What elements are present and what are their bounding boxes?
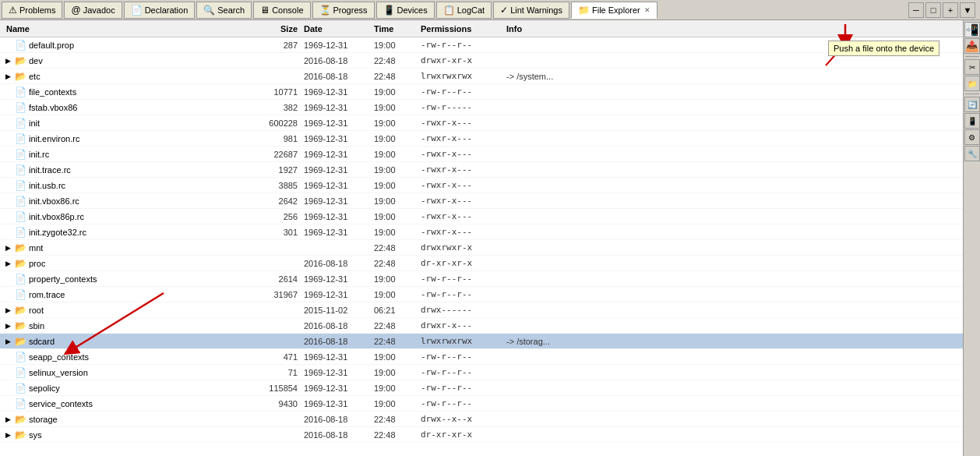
col-header-permissions[interactable]: Permissions — [421, 24, 506, 34]
col-header-name[interactable]: Name — [0, 24, 241, 34]
table-row[interactable]: 📄 default.prop 287 1969-12-31 19:00 -rw-… — [0, 37, 963, 53]
tab-problems-label: Problems — [19, 5, 55, 15]
file-date: 1969-12-31 — [304, 118, 374, 128]
table-row[interactable]: 📄 rom.trace 31967 1969-12-31 19:00 -rw-r… — [0, 287, 963, 302]
file-list[interactable]: 📄 default.prop 287 1969-12-31 19:00 -rw-… — [0, 37, 963, 456]
table-row[interactable]: 📄 init.usb.rc 3885 1969-12-31 19:00 -rwx… — [0, 178, 963, 193]
file-size: 256 — [241, 212, 304, 221]
table-row[interactable]: ▶ 📂 sys 2016-08-18 22:48 dr-xr-xr-x — [0, 427, 963, 443]
table-row[interactable]: 📄 init.rc 22687 1969-12-31 19:00 -rwxr-x… — [0, 147, 963, 162]
new-folder-button[interactable]: 📁 — [964, 76, 980, 91]
refresh-button[interactable]: 🔄 — [964, 97, 980, 112]
table-row[interactable]: 📄 init.vbox86.rc 2642 1969-12-31 19:00 -… — [0, 193, 963, 209]
push-file-icon: 📲 — [965, 23, 978, 36]
tab-declaration[interactable]: 📄 Declaration — [124, 2, 196, 19]
tab-devices[interactable]: 📱 Devices — [376, 2, 435, 19]
tab-javadoc[interactable]: @ Javadoc — [64, 2, 122, 19]
expand-button[interactable]: ▶ — [3, 72, 12, 81]
tab-close-icon[interactable]: ✕ — [644, 6, 650, 14]
file-name-label: mnt — [29, 243, 43, 253]
file-permissions: drwxr-x--- — [421, 320, 506, 331]
expand-button[interactable]: ▶ — [3, 321, 12, 331]
expand-button[interactable]: ▶ — [3, 259, 12, 268]
tab-progress[interactable]: ⏳ Progress — [312, 2, 375, 19]
col-header-info[interactable]: Info — [506, 24, 584, 34]
logcat-icon: 📋 — [443, 5, 455, 16]
file-permissions: -rw-r--r-- — [421, 40, 506, 50]
file-size: 981 — [241, 134, 304, 143]
col-header-size[interactable]: Size — [241, 24, 304, 34]
file-time: 19:00 — [374, 352, 421, 362]
col-header-time[interactable]: Time — [374, 24, 421, 34]
table-row[interactable]: ▶ 📂 etc 2016-08-18 22:48 lrwxrwxrwx -> /… — [0, 69, 963, 84]
file-permissions: lrwxrwxrwx — [421, 71, 506, 81]
file-date: 1969-12-31 — [304, 41, 374, 50]
expand-button[interactable]: ▶ — [3, 243, 12, 253]
table-row[interactable]: 📄 init 600228 1969-12-31 19:00 -rwxr-x--… — [0, 115, 963, 131]
table-row[interactable]: 📄 init.vbox86p.rc 256 1969-12-31 19:00 -… — [0, 209, 963, 224]
pull-file-button[interactable]: 📤 — [964, 38, 980, 54]
table-row[interactable]: 📄 file_contexts 10771 1969-12-31 19:00 -… — [0, 84, 963, 100]
file-icon: 📄 — [15, 102, 26, 113]
file-name-label: default.prop — [29, 41, 74, 50]
delete-button[interactable]: ✂ — [964, 59, 980, 75]
file-icon: 📄 — [15, 211, 26, 222]
settings-button[interactable]: ⚙ — [964, 129, 980, 145]
push-file-button[interactable]: 📲 — [964, 22, 980, 37]
maximize-button[interactable]: □ — [925, 2, 941, 18]
tools-button[interactable]: 🔧 — [964, 146, 980, 161]
tab-search[interactable]: 🔍 Search — [196, 2, 252, 19]
tooltip-text: Push a file onto the device — [834, 44, 934, 53]
table-row[interactable]: 📄 sepolicy 115854 1969-12-31 19:00 -rw-r… — [0, 380, 963, 396]
view-menu-button[interactable]: ▼ — [960, 2, 975, 18]
main-container: Push a file onto the device Name Si — [0, 20, 980, 456]
table-row[interactable]: ▶ 📂 sbin 2016-08-18 22:48 drwxr-x--- — [0, 318, 963, 334]
table-row[interactable]: 📄 service_contexts 9430 1969-12-31 19:00… — [0, 396, 963, 412]
table-row[interactable]: ▶ 📂 root 2015-11-02 06:21 drwx------ — [0, 302, 963, 318]
table-row[interactable]: 📄 init.zygote32.rc 301 1969-12-31 19:00 … — [0, 224, 963, 240]
column-headers: Name Size Date Time Permissions Info — [0, 20, 963, 37]
sidebar-divider-2 — [965, 94, 979, 94]
table-row[interactable]: 📄 fstab.vbox86 382 1969-12-31 19:00 -rw-… — [0, 100, 963, 115]
file-name-cell: ▶ 📂 mnt — [0, 242, 241, 253]
table-row[interactable]: 📄 init.trace.rc 1927 1969-12-31 19:00 -r… — [0, 162, 963, 178]
tab-lint[interactable]: ✓ Lint Warnings — [493, 2, 569, 19]
table-row[interactable]: ▶ 📂 dev 2016-08-18 22:48 drwxr-xr-x — [0, 53, 963, 69]
table-row[interactable]: 📄 property_contexts 2614 1969-12-31 19:0… — [0, 271, 963, 287]
device-button[interactable]: 📱 — [964, 113, 980, 129]
table-row[interactable]: ▶ 📂 storage 2016-08-18 22:48 drwx--x--x — [0, 412, 963, 427]
file-icon: 📄 — [15, 133, 26, 144]
table-row[interactable]: 📄 selinux_version 71 1969-12-31 19:00 -r… — [0, 365, 963, 380]
file-name-label: sys — [29, 430, 42, 440]
expand-button[interactable]: ▶ — [3, 56, 12, 65]
file-name-label: service_contexts — [29, 399, 93, 408]
minimize-button[interactable]: ─ — [908, 2, 924, 18]
file-time: 22:48 — [374, 72, 421, 81]
file-size: 2614 — [241, 274, 304, 284]
file-size: 22687 — [241, 150, 304, 159]
table-row[interactable]: ▶ 📂 sdcard 2016-08-18 22:48 lrwxrwxrwx -… — [0, 334, 963, 349]
expand-button[interactable]: ▶ — [3, 415, 12, 424]
expand-button[interactable]: ▶ — [3, 337, 12, 346]
table-row[interactable]: 📄 seapp_contexts 471 1969-12-31 19:00 -r… — [0, 349, 963, 365]
table-row[interactable]: ▶ 📂 mnt 22:48 drwxrwxr-x — [0, 240, 963, 256]
expand-button[interactable]: ▶ — [3, 430, 12, 440]
tab-problems[interactable]: ⚠ Problems — [2, 2, 62, 19]
file-explorer-icon: 📁 — [578, 5, 590, 16]
file-size: 600228 — [241, 118, 304, 128]
tab-file-explorer[interactable]: 📁 File Explorer ✕ — [571, 2, 657, 19]
col-header-date[interactable]: Date — [304, 24, 374, 34]
table-row[interactable]: 📄 init.environ.rc 981 1969-12-31 19:00 -… — [0, 131, 963, 147]
folder-icon: 📂 — [15, 242, 26, 253]
tools-icon: 🔧 — [968, 150, 977, 158]
tab-lint-label: Lint Warnings — [510, 5, 562, 15]
expand-button[interactable]: ▶ — [3, 306, 12, 315]
tab-devices-label: Devices — [397, 5, 428, 15]
table-row[interactable]: ▶ 📂 proc 2016-08-18 22:48 dr-xr-xr-x — [0, 256, 963, 271]
tab-console[interactable]: 🖥 Console — [253, 2, 310, 19]
tab-logcat[interactable]: 📋 LogCat — [436, 2, 492, 19]
new-view-button[interactable]: + — [943, 2, 958, 18]
file-date: 2016-08-18 — [304, 321, 374, 331]
file-date: 2016-08-18 — [304, 259, 374, 268]
file-size: 301 — [241, 228, 304, 237]
